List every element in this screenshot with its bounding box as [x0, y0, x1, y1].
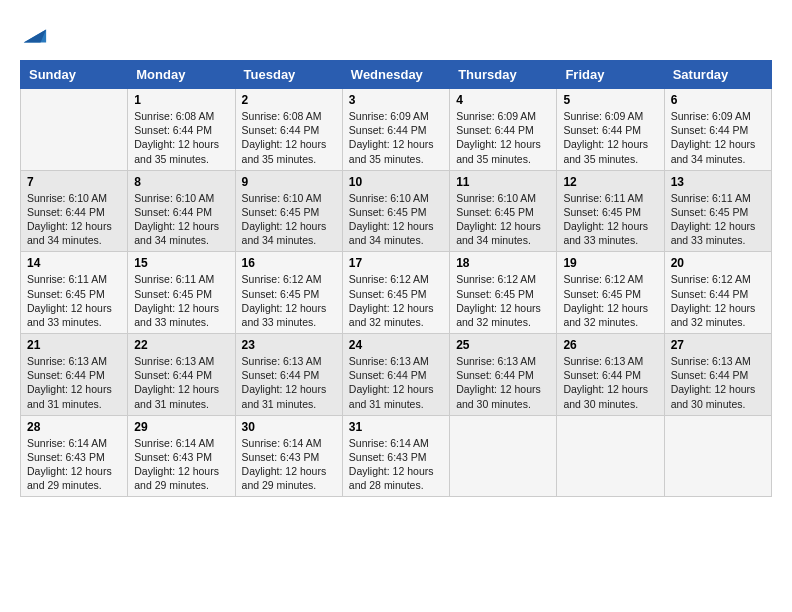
- day-cell: 18Sunrise: 6:12 AMSunset: 6:45 PMDayligh…: [450, 252, 557, 334]
- day-info: Sunrise: 6:13 AMSunset: 6:44 PMDaylight:…: [134, 354, 228, 411]
- day-number: 31: [349, 420, 443, 434]
- day-number: 4: [456, 93, 550, 107]
- day-cell: 9Sunrise: 6:10 AMSunset: 6:45 PMDaylight…: [235, 170, 342, 252]
- day-number: 12: [563, 175, 657, 189]
- day-number: 9: [242, 175, 336, 189]
- day-cell: 15Sunrise: 6:11 AMSunset: 6:45 PMDayligh…: [128, 252, 235, 334]
- day-cell: 21Sunrise: 6:13 AMSunset: 6:44 PMDayligh…: [21, 334, 128, 416]
- day-number: 17: [349, 256, 443, 270]
- day-cell: 25Sunrise: 6:13 AMSunset: 6:44 PMDayligh…: [450, 334, 557, 416]
- day-cell: 17Sunrise: 6:12 AMSunset: 6:45 PMDayligh…: [342, 252, 449, 334]
- day-number: 6: [671, 93, 765, 107]
- day-cell: 10Sunrise: 6:10 AMSunset: 6:45 PMDayligh…: [342, 170, 449, 252]
- day-cell: 16Sunrise: 6:12 AMSunset: 6:45 PMDayligh…: [235, 252, 342, 334]
- day-cell: 8Sunrise: 6:10 AMSunset: 6:44 PMDaylight…: [128, 170, 235, 252]
- day-info: Sunrise: 6:14 AMSunset: 6:43 PMDaylight:…: [134, 436, 228, 493]
- day-info: Sunrise: 6:14 AMSunset: 6:43 PMDaylight:…: [349, 436, 443, 493]
- day-number: 10: [349, 175, 443, 189]
- day-info: Sunrise: 6:13 AMSunset: 6:44 PMDaylight:…: [27, 354, 121, 411]
- header-cell-sunday: Sunday: [21, 61, 128, 89]
- day-cell: 20Sunrise: 6:12 AMSunset: 6:44 PMDayligh…: [664, 252, 771, 334]
- day-cell: [450, 415, 557, 497]
- day-number: 24: [349, 338, 443, 352]
- day-cell: 14Sunrise: 6:11 AMSunset: 6:45 PMDayligh…: [21, 252, 128, 334]
- day-info: Sunrise: 6:10 AMSunset: 6:45 PMDaylight:…: [456, 191, 550, 248]
- day-number: 30: [242, 420, 336, 434]
- day-number: 15: [134, 256, 228, 270]
- day-info: Sunrise: 6:09 AMSunset: 6:44 PMDaylight:…: [349, 109, 443, 166]
- week-row-3: 21Sunrise: 6:13 AMSunset: 6:44 PMDayligh…: [21, 334, 772, 416]
- header-cell-friday: Friday: [557, 61, 664, 89]
- header-cell-monday: Monday: [128, 61, 235, 89]
- week-row-4: 28Sunrise: 6:14 AMSunset: 6:43 PMDayligh…: [21, 415, 772, 497]
- day-info: Sunrise: 6:11 AMSunset: 6:45 PMDaylight:…: [563, 191, 657, 248]
- logo: [20, 20, 50, 50]
- day-number: 13: [671, 175, 765, 189]
- day-cell: 1Sunrise: 6:08 AMSunset: 6:44 PMDaylight…: [128, 89, 235, 171]
- day-cell: 5Sunrise: 6:09 AMSunset: 6:44 PMDaylight…: [557, 89, 664, 171]
- day-number: 1: [134, 93, 228, 107]
- day-info: Sunrise: 6:09 AMSunset: 6:44 PMDaylight:…: [671, 109, 765, 166]
- day-info: Sunrise: 6:14 AMSunset: 6:43 PMDaylight:…: [27, 436, 121, 493]
- day-number: 5: [563, 93, 657, 107]
- day-info: Sunrise: 6:11 AMSunset: 6:45 PMDaylight:…: [134, 272, 228, 329]
- day-info: Sunrise: 6:09 AMSunset: 6:44 PMDaylight:…: [456, 109, 550, 166]
- day-cell: 19Sunrise: 6:12 AMSunset: 6:45 PMDayligh…: [557, 252, 664, 334]
- day-cell: 6Sunrise: 6:09 AMSunset: 6:44 PMDaylight…: [664, 89, 771, 171]
- day-info: Sunrise: 6:11 AMSunset: 6:45 PMDaylight:…: [671, 191, 765, 248]
- day-cell: 29Sunrise: 6:14 AMSunset: 6:43 PMDayligh…: [128, 415, 235, 497]
- day-cell: 30Sunrise: 6:14 AMSunset: 6:43 PMDayligh…: [235, 415, 342, 497]
- day-info: Sunrise: 6:08 AMSunset: 6:44 PMDaylight:…: [134, 109, 228, 166]
- day-number: 16: [242, 256, 336, 270]
- calendar-table: SundayMondayTuesdayWednesdayThursdayFrid…: [20, 60, 772, 497]
- header-cell-saturday: Saturday: [664, 61, 771, 89]
- day-number: 2: [242, 93, 336, 107]
- day-number: 3: [349, 93, 443, 107]
- day-info: Sunrise: 6:10 AMSunset: 6:45 PMDaylight:…: [242, 191, 336, 248]
- day-cell: 26Sunrise: 6:13 AMSunset: 6:44 PMDayligh…: [557, 334, 664, 416]
- day-info: Sunrise: 6:12 AMSunset: 6:45 PMDaylight:…: [456, 272, 550, 329]
- day-cell: [557, 415, 664, 497]
- day-info: Sunrise: 6:12 AMSunset: 6:44 PMDaylight:…: [671, 272, 765, 329]
- day-number: 27: [671, 338, 765, 352]
- week-row-1: 7Sunrise: 6:10 AMSunset: 6:44 PMDaylight…: [21, 170, 772, 252]
- day-number: 21: [27, 338, 121, 352]
- header-cell-wednesday: Wednesday: [342, 61, 449, 89]
- day-cell: 31Sunrise: 6:14 AMSunset: 6:43 PMDayligh…: [342, 415, 449, 497]
- day-info: Sunrise: 6:13 AMSunset: 6:44 PMDaylight:…: [242, 354, 336, 411]
- day-info: Sunrise: 6:10 AMSunset: 6:44 PMDaylight:…: [134, 191, 228, 248]
- day-cell: 7Sunrise: 6:10 AMSunset: 6:44 PMDaylight…: [21, 170, 128, 252]
- day-cell: [664, 415, 771, 497]
- day-info: Sunrise: 6:11 AMSunset: 6:45 PMDaylight:…: [27, 272, 121, 329]
- header-cell-tuesday: Tuesday: [235, 61, 342, 89]
- day-cell: 23Sunrise: 6:13 AMSunset: 6:44 PMDayligh…: [235, 334, 342, 416]
- logo-icon: [20, 22, 48, 50]
- day-info: Sunrise: 6:08 AMSunset: 6:44 PMDaylight:…: [242, 109, 336, 166]
- day-number: 11: [456, 175, 550, 189]
- day-cell: 22Sunrise: 6:13 AMSunset: 6:44 PMDayligh…: [128, 334, 235, 416]
- day-info: Sunrise: 6:13 AMSunset: 6:44 PMDaylight:…: [456, 354, 550, 411]
- day-info: Sunrise: 6:10 AMSunset: 6:44 PMDaylight:…: [27, 191, 121, 248]
- day-cell: 11Sunrise: 6:10 AMSunset: 6:45 PMDayligh…: [450, 170, 557, 252]
- day-cell: 4Sunrise: 6:09 AMSunset: 6:44 PMDaylight…: [450, 89, 557, 171]
- day-info: Sunrise: 6:09 AMSunset: 6:44 PMDaylight:…: [563, 109, 657, 166]
- day-info: Sunrise: 6:13 AMSunset: 6:44 PMDaylight:…: [349, 354, 443, 411]
- day-cell: [21, 89, 128, 171]
- day-info: Sunrise: 6:12 AMSunset: 6:45 PMDaylight:…: [349, 272, 443, 329]
- day-number: 25: [456, 338, 550, 352]
- day-number: 29: [134, 420, 228, 434]
- day-cell: 28Sunrise: 6:14 AMSunset: 6:43 PMDayligh…: [21, 415, 128, 497]
- day-number: 20: [671, 256, 765, 270]
- day-number: 19: [563, 256, 657, 270]
- day-info: Sunrise: 6:13 AMSunset: 6:44 PMDaylight:…: [671, 354, 765, 411]
- day-info: Sunrise: 6:12 AMSunset: 6:45 PMDaylight:…: [242, 272, 336, 329]
- header-cell-thursday: Thursday: [450, 61, 557, 89]
- day-number: 8: [134, 175, 228, 189]
- day-cell: 12Sunrise: 6:11 AMSunset: 6:45 PMDayligh…: [557, 170, 664, 252]
- day-info: Sunrise: 6:13 AMSunset: 6:44 PMDaylight:…: [563, 354, 657, 411]
- day-number: 23: [242, 338, 336, 352]
- day-cell: 2Sunrise: 6:08 AMSunset: 6:44 PMDaylight…: [235, 89, 342, 171]
- day-cell: 27Sunrise: 6:13 AMSunset: 6:44 PMDayligh…: [664, 334, 771, 416]
- header: [20, 20, 772, 50]
- day-cell: 3Sunrise: 6:09 AMSunset: 6:44 PMDaylight…: [342, 89, 449, 171]
